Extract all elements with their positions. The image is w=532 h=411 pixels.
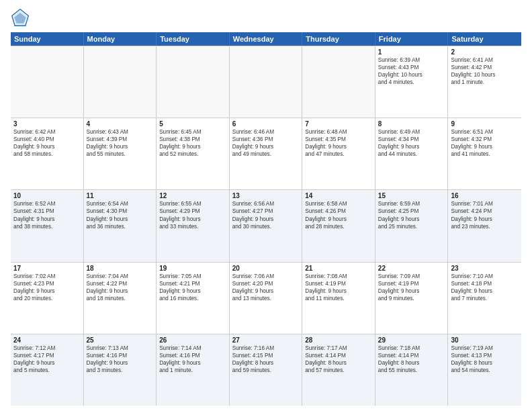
day-info: Sunrise: 6:54 AM Sunset: 4:30 PM Dayligh… xyxy=(87,200,154,230)
day-number: 22 xyxy=(378,265,445,272)
empty-cell xyxy=(11,46,84,118)
day-info: Sunrise: 7:17 AM Sunset: 4:14 PM Dayligh… xyxy=(305,345,372,374)
day-cell-29: 29Sunrise: 7:18 AM Sunset: 4:14 PM Dayli… xyxy=(375,334,449,406)
day-info: Sunrise: 7:10 AM Sunset: 4:18 PM Dayligh… xyxy=(451,273,519,302)
day-info: Sunrise: 7:18 AM Sunset: 4:14 PM Dayligh… xyxy=(378,345,445,374)
empty-cell xyxy=(230,46,303,118)
day-cell-12: 12Sunrise: 6:55 AM Sunset: 4:29 PM Dayli… xyxy=(157,190,230,261)
day-cell-18: 18Sunrise: 7:04 AM Sunset: 4:22 PM Dayli… xyxy=(84,263,157,334)
day-cell-9: 9Sunrise: 6:51 AM Sunset: 4:32 PM Daylig… xyxy=(448,118,521,189)
day-info: Sunrise: 6:46 AM Sunset: 4:36 PM Dayligh… xyxy=(232,128,300,158)
day-info: Sunrise: 6:49 AM Sunset: 4:34 PM Dayligh… xyxy=(378,128,445,158)
day-number: 21 xyxy=(305,265,372,272)
day-info: Sunrise: 6:42 AM Sunset: 4:40 PM Dayligh… xyxy=(13,128,81,158)
day-cell-8: 8Sunrise: 6:49 AM Sunset: 4:34 PM Daylig… xyxy=(375,118,449,189)
header-day-tuesday: Tuesday xyxy=(157,32,230,46)
day-number: 23 xyxy=(451,265,519,272)
header xyxy=(11,8,521,27)
day-number: 3 xyxy=(13,120,81,128)
calendar-row-1: 3Sunrise: 6:42 AM Sunset: 4:40 PM Daylig… xyxy=(11,118,521,190)
day-number: 19 xyxy=(159,265,226,272)
calendar-row-2: 10Sunrise: 6:52 AM Sunset: 4:31 PM Dayli… xyxy=(11,190,521,262)
day-info: Sunrise: 6:41 AM Sunset: 4:42 PM Dayligh… xyxy=(451,56,519,86)
day-cell-26: 26Sunrise: 7:14 AM Sunset: 4:16 PM Dayli… xyxy=(157,334,230,406)
calendar-row-4: 24Sunrise: 7:12 AM Sunset: 4:17 PM Dayli… xyxy=(11,334,521,406)
day-cell-17: 17Sunrise: 7:02 AM Sunset: 4:23 PM Dayli… xyxy=(11,263,84,334)
day-info: Sunrise: 7:14 AM Sunset: 4:16 PM Dayligh… xyxy=(159,345,226,374)
day-number: 28 xyxy=(305,336,372,344)
day-cell-24: 24Sunrise: 7:12 AM Sunset: 4:17 PM Dayli… xyxy=(11,334,84,406)
day-cell-3: 3Sunrise: 6:42 AM Sunset: 4:40 PM Daylig… xyxy=(11,118,84,189)
header-day-monday: Monday xyxy=(84,32,157,46)
day-number: 13 xyxy=(232,192,300,199)
day-cell-20: 20Sunrise: 7:06 AM Sunset: 4:20 PM Dayli… xyxy=(230,263,303,334)
day-number: 18 xyxy=(87,265,154,272)
day-number: 15 xyxy=(378,192,445,199)
header-day-thursday: Thursday xyxy=(302,32,375,46)
day-info: Sunrise: 6:55 AM Sunset: 4:29 PM Dayligh… xyxy=(159,200,226,230)
day-number: 29 xyxy=(378,336,445,344)
day-cell-7: 7Sunrise: 6:48 AM Sunset: 4:35 PM Daylig… xyxy=(302,118,375,189)
day-cell-5: 5Sunrise: 6:45 AM Sunset: 4:38 PM Daylig… xyxy=(157,118,230,189)
day-cell-21: 21Sunrise: 7:08 AM Sunset: 4:19 PM Dayli… xyxy=(302,263,375,334)
day-info: Sunrise: 7:05 AM Sunset: 4:21 PM Dayligh… xyxy=(159,273,226,302)
day-number: 12 xyxy=(159,192,226,199)
day-info: Sunrise: 6:43 AM Sunset: 4:39 PM Dayligh… xyxy=(87,128,154,158)
day-cell-6: 6Sunrise: 6:46 AM Sunset: 4:36 PM Daylig… xyxy=(230,118,303,189)
logo xyxy=(11,8,32,27)
day-cell-23: 23Sunrise: 7:10 AM Sunset: 4:18 PM Dayli… xyxy=(448,263,521,334)
day-number: 4 xyxy=(87,120,154,128)
day-number: 2 xyxy=(451,48,519,56)
day-cell-22: 22Sunrise: 7:09 AM Sunset: 4:19 PM Dayli… xyxy=(375,263,449,334)
day-info: Sunrise: 7:09 AM Sunset: 4:19 PM Dayligh… xyxy=(378,273,445,302)
calendar-body: 1Sunrise: 6:39 AM Sunset: 4:43 PM Daylig… xyxy=(11,46,521,406)
day-cell-1: 1Sunrise: 6:39 AM Sunset: 4:43 PM Daylig… xyxy=(375,46,449,118)
day-info: Sunrise: 7:19 AM Sunset: 4:13 PM Dayligh… xyxy=(451,345,519,374)
day-cell-30: 30Sunrise: 7:19 AM Sunset: 4:13 PM Dayli… xyxy=(448,334,521,406)
calendar-row-3: 17Sunrise: 7:02 AM Sunset: 4:23 PM Dayli… xyxy=(11,263,521,334)
empty-cell xyxy=(84,46,157,118)
empty-cell xyxy=(302,46,375,118)
day-info: Sunrise: 6:52 AM Sunset: 4:31 PM Dayligh… xyxy=(13,200,81,230)
day-info: Sunrise: 6:48 AM Sunset: 4:35 PM Dayligh… xyxy=(305,128,372,158)
page: SundayMondayTuesdayWednesdayThursdayFrid… xyxy=(0,0,532,411)
header-day-sunday: Sunday xyxy=(11,32,84,46)
day-number: 9 xyxy=(451,120,519,128)
day-number: 1 xyxy=(378,48,445,56)
day-cell-15: 15Sunrise: 6:59 AM Sunset: 4:25 PM Dayli… xyxy=(375,190,449,261)
day-cell-27: 27Sunrise: 7:16 AM Sunset: 4:15 PM Dayli… xyxy=(230,334,303,406)
day-number: 26 xyxy=(159,336,226,344)
day-cell-14: 14Sunrise: 6:58 AM Sunset: 4:26 PM Dayli… xyxy=(302,190,375,261)
day-cell-28: 28Sunrise: 7:17 AM Sunset: 4:14 PM Dayli… xyxy=(302,334,375,406)
day-info: Sunrise: 7:12 AM Sunset: 4:17 PM Dayligh… xyxy=(13,345,81,374)
day-number: 16 xyxy=(451,192,519,199)
day-number: 7 xyxy=(305,120,372,128)
day-number: 17 xyxy=(13,265,81,272)
day-cell-13: 13Sunrise: 6:56 AM Sunset: 4:27 PM Dayli… xyxy=(230,190,303,261)
day-cell-25: 25Sunrise: 7:13 AM Sunset: 4:16 PM Dayli… xyxy=(84,334,157,406)
day-number: 11 xyxy=(87,192,154,199)
day-number: 5 xyxy=(159,120,226,128)
logo-icon xyxy=(11,8,30,27)
day-info: Sunrise: 7:01 AM Sunset: 4:24 PM Dayligh… xyxy=(451,200,519,230)
day-info: Sunrise: 6:58 AM Sunset: 4:26 PM Dayligh… xyxy=(305,200,372,230)
day-number: 20 xyxy=(232,265,300,272)
header-day-wednesday: Wednesday xyxy=(230,32,303,46)
day-cell-16: 16Sunrise: 7:01 AM Sunset: 4:24 PM Dayli… xyxy=(448,190,521,261)
header-day-saturday: Saturday xyxy=(448,32,521,46)
day-number: 24 xyxy=(13,336,81,344)
day-info: Sunrise: 6:59 AM Sunset: 4:25 PM Dayligh… xyxy=(378,200,445,230)
day-cell-19: 19Sunrise: 7:05 AM Sunset: 4:21 PM Dayli… xyxy=(157,263,230,334)
day-number: 10 xyxy=(13,192,81,199)
day-info: Sunrise: 7:04 AM Sunset: 4:22 PM Dayligh… xyxy=(87,273,154,302)
day-cell-11: 11Sunrise: 6:54 AM Sunset: 4:30 PM Dayli… xyxy=(84,190,157,261)
day-number: 27 xyxy=(232,336,300,344)
day-cell-4: 4Sunrise: 6:43 AM Sunset: 4:39 PM Daylig… xyxy=(84,118,157,189)
day-info: Sunrise: 6:51 AM Sunset: 4:32 PM Dayligh… xyxy=(451,128,519,158)
day-number: 8 xyxy=(378,120,445,128)
header-day-friday: Friday xyxy=(375,32,449,46)
day-info: Sunrise: 7:02 AM Sunset: 4:23 PM Dayligh… xyxy=(13,273,81,302)
day-info: Sunrise: 7:08 AM Sunset: 4:19 PM Dayligh… xyxy=(305,273,372,302)
day-number: 30 xyxy=(451,336,519,344)
calendar-row-0: 1Sunrise: 6:39 AM Sunset: 4:43 PM Daylig… xyxy=(11,46,521,118)
